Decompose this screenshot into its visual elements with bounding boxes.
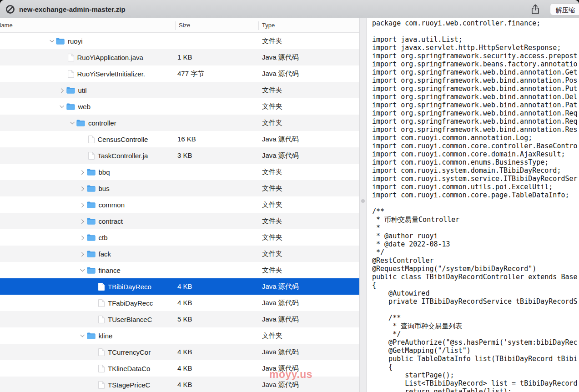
chevron-icon[interactable] [78, 200, 87, 209]
file-name: bus [99, 185, 110, 192]
table-row[interactable]: contract 文件夹 [0, 213, 359, 229]
table-row[interactable]: RuoYiApplication.java 1 KB Java 源代码 [0, 49, 359, 65]
file-type: 文件夹 [262, 327, 282, 344]
code-line: * 币种交易量Controller [372, 216, 579, 224]
file-icon [98, 316, 105, 323]
file-icon [98, 299, 105, 307]
folder-icon [87, 251, 96, 257]
table-row[interactable]: TBibiDayReco 4 KB Java 源代码 [0, 278, 359, 295]
file-name: web [78, 103, 91, 111]
code-line: * 查询币种交易量列表 [372, 322, 579, 330]
chevron-icon[interactable] [78, 266, 87, 275]
row-icon-box [98, 381, 105, 389]
code-line: import javax.servlet.http.HttpServletRes… [372, 44, 579, 52]
file-type: Java 源代码 [262, 344, 299, 360]
file-size: 5 KB [177, 311, 192, 327]
code-preview-pane[interactable]: package com.ruoyi.web.controller.finance… [367, 18, 579, 392]
table-row[interactable]: util 文件夹 [0, 82, 359, 98]
code-line: import org.springframework.web.bind.anno… [372, 101, 579, 109]
table-row[interactable]: TUserBlanceC 5 KB Java 源代码 [0, 311, 359, 327]
share-button[interactable] [529, 3, 541, 15]
code-line: startPage(); [372, 371, 579, 379]
row-icon-box [68, 70, 74, 78]
code-line: import org.springframework.web.bind.anno… [372, 109, 579, 117]
file-name: TaskController.ja [98, 152, 148, 160]
code-line: package com.ruoyi.web.controller.finance… [372, 19, 579, 27]
chevron-icon[interactable] [67, 118, 76, 127]
column-separator [258, 21, 259, 30]
column-header-type[interactable]: Type [262, 18, 275, 33]
window-title: new-exchange-admin-master.zip [19, 5, 126, 13]
file-type: 文件夹 [262, 82, 282, 98]
file-name: kline [99, 332, 113, 340]
chevron-icon[interactable] [57, 85, 66, 95]
pane-splitter[interactable] [359, 18, 367, 392]
row-icon-box [87, 234, 96, 241]
indent-spacer [0, 123, 67, 123]
chevron-icon[interactable] [78, 167, 87, 176]
column-header-size[interactable]: Size [179, 18, 190, 33]
folder-icon [87, 234, 96, 241]
file-size: 3 KB [177, 147, 192, 164]
folder-icon [76, 120, 85, 126]
code-line: * @author ruoyi [372, 232, 579, 240]
file-size: 477 字节 [177, 65, 204, 82]
file-type: 文件夹 [262, 262, 282, 278]
chevron-icon[interactable] [78, 216, 87, 226]
code-line: import com.ruoyi.system.domain.TBibiDayR… [372, 166, 579, 175]
file-type: Java 源代码 [262, 65, 299, 82]
code-line: import org.springframework.beans.factory… [372, 60, 579, 68]
code-line: List<TBibiDayRecord> list = tBibiDayReco… [372, 379, 579, 387]
row-icon-box [66, 103, 75, 110]
file-size: 4 KB [177, 377, 192, 392]
table-row[interactable]: CensusControlle 16 KB Java 源代码 [0, 131, 359, 147]
extract-button[interactable]: 解压缩 [550, 3, 579, 15]
chevron-icon[interactable] [78, 249, 87, 258]
indent-spacer [0, 352, 98, 352]
row-icon-box [98, 283, 105, 291]
watermark: moyy.us [269, 368, 312, 381]
folder-icon [87, 169, 96, 176]
indent-spacer [0, 385, 98, 385]
code-line: /** [372, 207, 579, 216]
file-icon [68, 70, 74, 78]
code-line: private ITBibiDayRecordService tBibiDayR… [372, 297, 579, 306]
indent-spacer [0, 139, 88, 140]
folder-icon [87, 332, 96, 339]
chevron-icon[interactable] [78, 331, 87, 340]
column-header-name[interactable]: Name [0, 18, 13, 33]
table-row[interactable]: bbq 文件夹 [0, 164, 359, 180]
file-type: Java 源代码 [262, 147, 299, 164]
file-name: bbq [99, 168, 110, 176]
table-row[interactable]: kline 文件夹 [0, 327, 359, 344]
table-row[interactable]: ruoyi 文件夹 [0, 33, 359, 49]
table-row[interactable]: common 文件夹 [0, 196, 359, 213]
file-name: controller [88, 119, 116, 127]
code-line: * [372, 224, 579, 232]
table-row[interactable]: controller 文件夹 [0, 115, 359, 131]
indent-spacer [0, 237, 78, 238]
table-row[interactable]: fack 文件夹 [0, 246, 359, 262]
code-line: * @date 2022-08-13 [372, 240, 579, 248]
file-rows[interactable]: ruoyi 文件夹 RuoYiApplication.java 1 KB Jav… [0, 33, 359, 392]
code-line: import com.ruoyi.common.utils.poi.ExcelU… [372, 183, 579, 191]
row-icon-box [87, 169, 96, 176]
table-row[interactable]: web 文件夹 [0, 98, 359, 115]
table-row[interactable]: finance 文件夹 [0, 262, 359, 278]
file-type: 文件夹 [262, 115, 282, 131]
chevron-icon[interactable] [57, 102, 66, 111]
chevron-icon[interactable] [47, 36, 56, 45]
table-row[interactable]: bus 文件夹 [0, 180, 359, 196]
table-row[interactable]: TFabiDayRecc 4 KB Java 源代码 [0, 295, 359, 311]
table-row[interactable]: ctb 文件夹 [0, 229, 359, 246]
table-row[interactable]: TCurrencyCor 4 KB Java 源代码 [0, 344, 359, 360]
chevron-icon[interactable] [78, 184, 87, 193]
table-row[interactable]: TaskController.ja 3 KB Java 源代码 [0, 147, 359, 164]
file-type: 文件夹 [262, 213, 282, 229]
file-name: TUserBlanceC [108, 316, 152, 323]
table-row[interactable]: RuoYiServletInitializer. 477 字节 Java 源代码 [0, 65, 359, 82]
file-icon [98, 381, 105, 389]
file-name: util [78, 86, 87, 94]
indent-spacer [0, 205, 78, 205]
chevron-icon[interactable] [78, 233, 87, 242]
